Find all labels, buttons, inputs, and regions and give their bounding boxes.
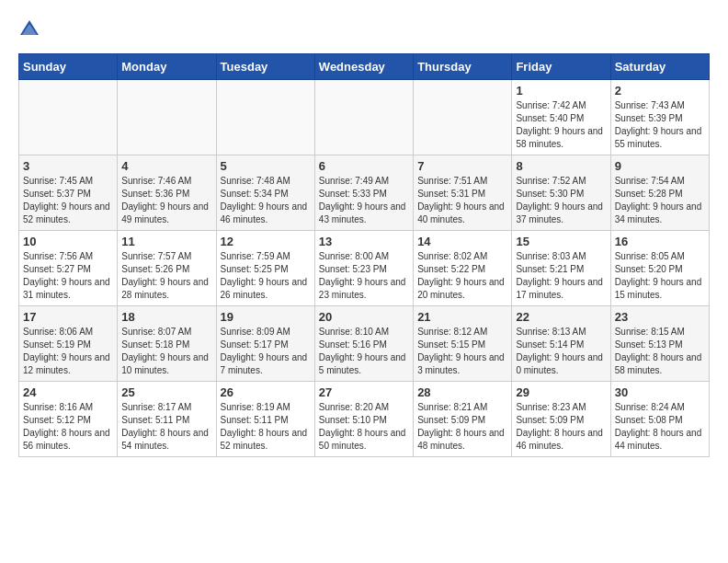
calendar-cell: 30Sunrise: 8:24 AM Sunset: 5:08 PM Dayli… [610, 382, 709, 457]
logo-icon [18, 18, 40, 44]
calendar-cell: 16Sunrise: 8:05 AM Sunset: 5:20 PM Dayli… [610, 231, 709, 306]
calendar-cell [118, 80, 216, 155]
day-number: 21 [417, 310, 507, 324]
calendar-cell: 4Sunrise: 7:46 AM Sunset: 5:36 PM Daylig… [118, 155, 216, 231]
calendar-week-row: 1Sunrise: 7:42 AM Sunset: 5:40 PM Daylig… [19, 80, 710, 155]
day-number: 29 [516, 385, 606, 399]
calendar-cell: 23Sunrise: 8:15 AM Sunset: 5:13 PM Dayli… [610, 306, 709, 382]
weekday-header: Sunday [19, 54, 118, 80]
day-info: Sunrise: 8:16 AM Sunset: 5:12 PM Dayligh… [23, 401, 113, 453]
calendar-cell: 14Sunrise: 8:02 AM Sunset: 5:22 PM Dayli… [414, 231, 512, 306]
calendar-cell: 13Sunrise: 8:00 AM Sunset: 5:23 PM Dayli… [314, 231, 413, 306]
day-info: Sunrise: 8:09 AM Sunset: 5:17 PM Dayligh… [221, 326, 311, 377]
day-info: Sunrise: 8:00 AM Sunset: 5:23 PM Dayligh… [319, 250, 409, 302]
day-number: 11 [121, 235, 211, 248]
day-number: 12 [221, 235, 311, 248]
day-number: 23 [615, 310, 705, 324]
day-info: Sunrise: 8:02 AM Sunset: 5:22 PM Dayligh… [417, 250, 507, 302]
calendar-cell: 25Sunrise: 8:17 AM Sunset: 5:11 PM Dayli… [118, 382, 216, 457]
calendar-cell: 3Sunrise: 7:45 AM Sunset: 5:37 PM Daylig… [19, 155, 118, 231]
calendar-cell: 15Sunrise: 8:03 AM Sunset: 5:21 PM Dayli… [512, 231, 610, 306]
day-number: 6 [319, 159, 409, 173]
calendar-cell: 9Sunrise: 7:54 AM Sunset: 5:28 PM Daylig… [610, 155, 709, 231]
calendar-cell: 17Sunrise: 8:06 AM Sunset: 5:19 PM Dayli… [19, 306, 118, 382]
day-number: 3 [23, 159, 113, 173]
day-info: Sunrise: 8:03 AM Sunset: 5:21 PM Dayligh… [516, 250, 606, 302]
day-number: 16 [615, 235, 705, 248]
calendar-cell: 5Sunrise: 7:48 AM Sunset: 5:34 PM Daylig… [216, 155, 314, 231]
day-info: Sunrise: 7:52 AM Sunset: 5:30 PM Dayligh… [516, 175, 606, 226]
day-number: 13 [319, 235, 409, 248]
calendar-cell: 29Sunrise: 8:23 AM Sunset: 5:09 PM Dayli… [512, 382, 610, 457]
calendar-cell: 27Sunrise: 8:20 AM Sunset: 5:10 PM Dayli… [314, 382, 413, 457]
day-info: Sunrise: 8:20 AM Sunset: 5:10 PM Dayligh… [319, 401, 409, 453]
calendar-cell: 2Sunrise: 7:43 AM Sunset: 5:39 PM Daylig… [610, 80, 709, 155]
weekday-header: Saturday [610, 54, 709, 80]
day-info: Sunrise: 7:48 AM Sunset: 5:34 PM Dayligh… [221, 175, 311, 226]
day-number: 26 [221, 385, 311, 399]
calendar-week-row: 24Sunrise: 8:16 AM Sunset: 5:12 PM Dayli… [19, 382, 710, 457]
day-info: Sunrise: 8:23 AM Sunset: 5:09 PM Dayligh… [516, 401, 606, 453]
calendar-cell: 6Sunrise: 7:49 AM Sunset: 5:33 PM Daylig… [314, 155, 413, 231]
calendar-cell: 1Sunrise: 7:42 AM Sunset: 5:40 PM Daylig… [512, 80, 610, 155]
day-info: Sunrise: 8:12 AM Sunset: 5:15 PM Dayligh… [417, 326, 507, 377]
day-number: 27 [319, 385, 409, 399]
day-info: Sunrise: 8:13 AM Sunset: 5:14 PM Dayligh… [516, 326, 606, 377]
day-info: Sunrise: 8:06 AM Sunset: 5:19 PM Dayligh… [23, 326, 113, 377]
day-number: 22 [516, 310, 606, 324]
day-info: Sunrise: 8:10 AM Sunset: 5:16 PM Dayligh… [319, 326, 409, 377]
calendar-week-row: 10Sunrise: 7:56 AM Sunset: 5:27 PM Dayli… [19, 231, 710, 306]
calendar-week-row: 3Sunrise: 7:45 AM Sunset: 5:37 PM Daylig… [19, 155, 710, 231]
day-number: 18 [121, 310, 211, 324]
weekday-header: Thursday [414, 54, 512, 80]
day-info: Sunrise: 7:56 AM Sunset: 5:27 PM Dayligh… [23, 250, 113, 302]
day-info: Sunrise: 8:17 AM Sunset: 5:11 PM Dayligh… [121, 401, 211, 453]
calendar-cell [19, 80, 118, 155]
calendar-week-row: 17Sunrise: 8:06 AM Sunset: 5:19 PM Dayli… [19, 306, 710, 382]
calendar-cell: 12Sunrise: 7:59 AM Sunset: 5:25 PM Dayli… [216, 231, 314, 306]
calendar-cell: 7Sunrise: 7:51 AM Sunset: 5:31 PM Daylig… [414, 155, 512, 231]
day-number: 30 [615, 385, 705, 399]
day-info: Sunrise: 8:15 AM Sunset: 5:13 PM Dayligh… [615, 326, 705, 377]
calendar-cell: 26Sunrise: 8:19 AM Sunset: 5:11 PM Dayli… [216, 382, 314, 457]
day-info: Sunrise: 8:24 AM Sunset: 5:08 PM Dayligh… [615, 401, 705, 453]
calendar-cell: 8Sunrise: 7:52 AM Sunset: 5:30 PM Daylig… [512, 155, 610, 231]
day-info: Sunrise: 7:54 AM Sunset: 5:28 PM Dayligh… [615, 175, 705, 226]
day-info: Sunrise: 7:45 AM Sunset: 5:37 PM Dayligh… [23, 175, 113, 226]
page-header [18, 18, 710, 44]
weekday-header: Wednesday [314, 54, 413, 80]
day-number: 25 [121, 385, 211, 399]
day-number: 19 [221, 310, 311, 324]
day-number: 7 [417, 159, 507, 173]
day-number: 17 [23, 310, 113, 324]
calendar-cell: 20Sunrise: 8:10 AM Sunset: 5:16 PM Dayli… [314, 306, 413, 382]
day-number: 28 [417, 385, 507, 399]
day-info: Sunrise: 7:51 AM Sunset: 5:31 PM Dayligh… [417, 175, 507, 226]
calendar-cell [216, 80, 314, 155]
day-info: Sunrise: 8:19 AM Sunset: 5:11 PM Dayligh… [221, 401, 311, 453]
day-info: Sunrise: 7:43 AM Sunset: 5:39 PM Dayligh… [615, 99, 705, 151]
day-info: Sunrise: 7:49 AM Sunset: 5:33 PM Dayligh… [319, 175, 409, 226]
calendar-header-row: SundayMondayTuesdayWednesdayThursdayFrid… [19, 54, 710, 80]
day-number: 2 [615, 84, 705, 98]
day-number: 14 [417, 235, 507, 248]
day-number: 9 [615, 159, 705, 173]
weekday-header: Tuesday [216, 54, 314, 80]
calendar-cell: 18Sunrise: 8:07 AM Sunset: 5:18 PM Dayli… [118, 306, 216, 382]
day-number: 10 [23, 235, 113, 248]
day-number: 20 [319, 310, 409, 324]
day-info: Sunrise: 7:59 AM Sunset: 5:25 PM Dayligh… [221, 250, 311, 302]
day-info: Sunrise: 8:07 AM Sunset: 5:18 PM Dayligh… [121, 326, 211, 377]
day-number: 4 [121, 159, 211, 173]
calendar-cell: 24Sunrise: 8:16 AM Sunset: 5:12 PM Dayli… [19, 382, 118, 457]
day-info: Sunrise: 7:46 AM Sunset: 5:36 PM Dayligh… [121, 175, 211, 226]
day-info: Sunrise: 8:05 AM Sunset: 5:20 PM Dayligh… [615, 250, 705, 302]
calendar-cell: 21Sunrise: 8:12 AM Sunset: 5:15 PM Dayli… [414, 306, 512, 382]
calendar-cell [314, 80, 413, 155]
calendar-cell: 19Sunrise: 8:09 AM Sunset: 5:17 PM Dayli… [216, 306, 314, 382]
logo [18, 18, 48, 44]
calendar-cell: 28Sunrise: 8:21 AM Sunset: 5:09 PM Dayli… [414, 382, 512, 457]
calendar-cell: 10Sunrise: 7:56 AM Sunset: 5:27 PM Dayli… [19, 231, 118, 306]
day-info: Sunrise: 7:57 AM Sunset: 5:26 PM Dayligh… [121, 250, 211, 302]
day-number: 5 [221, 159, 311, 173]
